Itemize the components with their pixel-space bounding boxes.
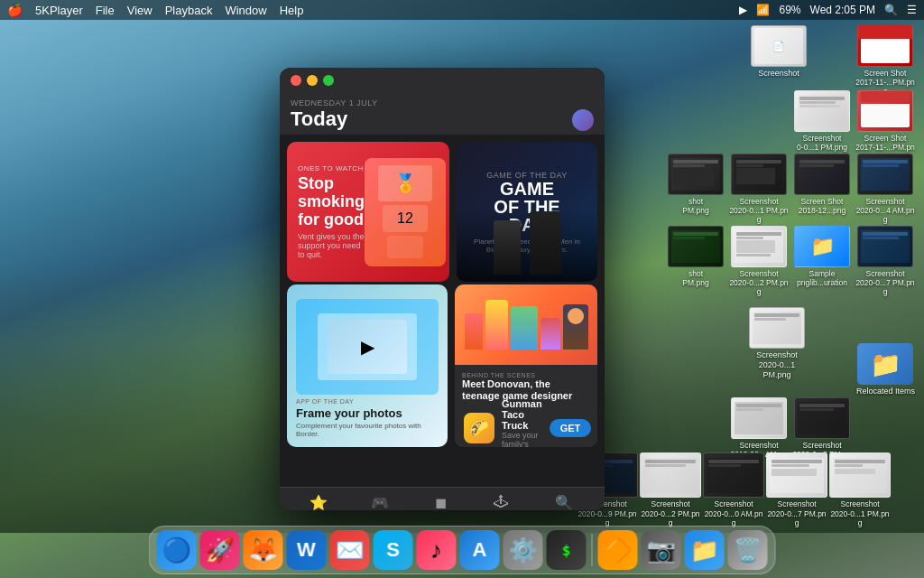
- donovan-card[interactable]: BEHIND THE SCENES Meet Donovan, the teen…: [455, 284, 597, 447]
- dock-firefox[interactable]: 🦊: [244, 530, 283, 570]
- ss-label-r3d: Screenshot2020-0...4 AM.png: [855, 197, 915, 225]
- ss-bot-3[interactable]: Screenshot2020-0...0 AM.png: [704, 452, 763, 527]
- frame-photos-desc: Complement your favourite photos with Bo…: [296, 422, 439, 438]
- ss-label-r2a: Screenshot0-0...1 PM.png: [797, 134, 847, 152]
- cards-row-2: ▶ APP OF THE DAY Frame your photos Compl…: [287, 284, 597, 447]
- dock-folder[interactable]: 📁: [685, 530, 725, 570]
- dock-vlc[interactable]: 🔶: [598, 530, 638, 570]
- screenshot-red-header[interactable]: Screen Shot2017-11-...PM.png: [855, 25, 915, 97]
- menubar-right: ▶ 📶 69% Wed 2:05 PM 🔍 ☰: [739, 4, 917, 16]
- dock-word[interactable]: W: [287, 530, 327, 570]
- skype-icon: S: [386, 538, 400, 562]
- word-icon: W: [297, 538, 316, 562]
- screenshot-red-img: [857, 25, 913, 67]
- file-menu[interactable]: File: [96, 4, 115, 17]
- close-button[interactable]: [291, 75, 301, 86]
- screenshot-top-single[interactable]: 📄 Screenshot: [751, 25, 807, 79]
- ss-body-r2b: [861, 104, 910, 127]
- dock-appstore[interactable]: A: [460, 530, 500, 570]
- game-category: GAME OF THE DAY: [466, 171, 588, 180]
- ss-r4d[interactable]: Screenshot2020-0...7 PM.png: [855, 226, 915, 297]
- playback-menu[interactable]: Playback: [165, 4, 213, 17]
- taco-info: Gunman Taco Truck Save your family's tac…: [502, 398, 542, 447]
- get-button[interactable]: GET: [550, 419, 592, 437]
- screenshot-grid-r2b[interactable]: Screen Shot2017-11-...PM.png: [855, 90, 915, 162]
- ss-r3c[interactable]: Screen Shot2018-12...png: [792, 154, 852, 215]
- relocated-folder-icon: 📁: [857, 343, 913, 385]
- dock-launchpad[interactable]: 🚀: [200, 530, 240, 570]
- appstore-content: ONES TO WATCH Stop smoking for good Vent…: [280, 135, 605, 487]
- ss-r5-img: [749, 307, 805, 349]
- ss-bot-2[interactable]: Screenshot2020-0...2 PM.png: [641, 452, 700, 527]
- app-name-menu[interactable]: 5KPlayer: [35, 4, 83, 17]
- ss-img-r4d: [857, 226, 913, 267]
- frame-photos-card[interactable]: ▶ APP OF THE DAY Frame your photos Compl…: [287, 284, 448, 447]
- game-of-day-card[interactable]: GAME OF THE DAY GAMEOF THEDAY Planet Ear…: [457, 142, 597, 282]
- vlc-icon: 🔶: [604, 536, 633, 564]
- stop-smoking-category: ONES TO WATCH: [298, 164, 365, 172]
- dock-trash[interactable]: 🗑️: [728, 530, 768, 570]
- frame-photos-thumb: ▶: [296, 299, 439, 395]
- ss-bot-img-2: [640, 452, 701, 498]
- stop-smoking-card[interactable]: ONES TO WATCH Stop smoking for good Vent…: [287, 142, 449, 282]
- dock-skype[interactable]: S: [374, 530, 413, 570]
- appstore-titlebar: [280, 68, 605, 93]
- relocated-items-icon[interactable]: 📁 Relocated Items: [856, 343, 915, 396]
- menubar-control-icon[interactable]: ☰: [907, 4, 917, 16]
- dock-finder[interactable]: 🔵: [157, 530, 197, 570]
- ss-bot-img-5: [829, 452, 891, 498]
- ss-r3a[interactable]: shotPM.png: [666, 154, 725, 215]
- menubar-left: 🍎 5KPlayer File View Playback Window Hel…: [7, 3, 303, 17]
- ss-r3b[interactable]: Screenshot2020-0...1 PM.png: [729, 154, 789, 225]
- today-title: Today: [291, 107, 594, 131]
- user-avatar[interactable]: [572, 109, 594, 131]
- taco-truck-card[interactable]: 🌮 Gunman Taco Truck Save your family's t…: [455, 409, 597, 447]
- appstore-tabbar: ⭐ Today 🎮 Games ◼ Apps 🕹 Arcade 🔍 Search: [280, 487, 605, 510]
- ss-r4a[interactable]: shotPM.png: [666, 226, 725, 287]
- menubar-search-icon[interactable]: 🔍: [884, 4, 898, 16]
- dock-sysprefs[interactable]: ⚙️: [504, 530, 543, 570]
- ss-r5-single[interactable]: Screenshot2020-0...1 PM.png: [747, 307, 807, 379]
- dock: 🔵 🚀 🦊 W ✉️ S ♪ A ⚙️: [149, 526, 776, 574]
- minimize-button[interactable]: [307, 75, 318, 86]
- window-menu[interactable]: Window: [225, 4, 266, 17]
- screenshot-thumb-top: 📄: [751, 25, 807, 67]
- tab-search[interactable]: 🔍 Search: [552, 494, 575, 511]
- ss-bot-img-3: [703, 452, 764, 498]
- menubar-wifi-icon: 📶: [756, 4, 770, 16]
- help-menu[interactable]: Help: [280, 4, 304, 17]
- bottom-screenshot-row: Screenshot2020-0...9 PM.png Screenshot20…: [578, 452, 890, 527]
- ss-r4b[interactable]: Screenshot2020-0...2 PM.png: [729, 226, 789, 297]
- terminal-icon: $: [562, 542, 571, 559]
- appstore-icon: A: [473, 538, 487, 562]
- ss-2020-img: [794, 397, 850, 439]
- tab-apps[interactable]: ◼ Apps: [432, 494, 448, 511]
- screenshot-grid-r2a[interactable]: Screenshot0-0...1 PM.png: [792, 90, 852, 152]
- ss-r3d[interactable]: Screenshot2020-0...4 AM.png: [855, 154, 915, 225]
- view-menu[interactable]: View: [127, 4, 152, 17]
- tab-today[interactable]: ⭐ Today: [309, 494, 328, 511]
- dock-photos[interactable]: 📷: [642, 530, 681, 570]
- itunes-icon: ♪: [430, 536, 442, 564]
- game-characters: [457, 210, 597, 282]
- donovan-illustration: [455, 284, 597, 365]
- ss-r4c-folder[interactable]: 📁 Samplepnglib...uration: [792, 226, 852, 287]
- ss-bot-4[interactable]: Screenshot2020-0...7 PM.png: [767, 452, 827, 527]
- top-right-row2: Screenshot0-0...1 PM.png Screen Shot2017…: [792, 90, 915, 162]
- desktop: 🍎 5KPlayer File View Playback Window Hel…: [0, 0, 924, 578]
- maximize-button[interactable]: [323, 75, 334, 86]
- ss-img-r4a: [668, 226, 724, 267]
- ss-bot-img-4: [766, 452, 827, 498]
- dock-mail[interactable]: ✉️: [330, 530, 370, 570]
- ss-img-r2b: [857, 90, 913, 132]
- ss-bot-5[interactable]: Screenshot2020-0...1 PM.png: [830, 452, 890, 527]
- tab-games[interactable]: 🎮 Games: [369, 494, 393, 511]
- firefox-icon: 🦊: [249, 536, 278, 564]
- tab-arcade[interactable]: 🕹 Arcade: [489, 494, 512, 510]
- apple-menu[interactable]: 🍎: [7, 3, 23, 17]
- launchpad-icon: 🚀: [206, 536, 235, 564]
- dock-terminal[interactable]: $: [547, 530, 587, 570]
- menubar: 🍎 5KPlayer File View Playback Window Hel…: [0, 0, 924, 20]
- today-date-label: WEDNESDAY 1 JULY: [291, 98, 594, 107]
- dock-itunes[interactable]: ♪: [417, 530, 457, 570]
